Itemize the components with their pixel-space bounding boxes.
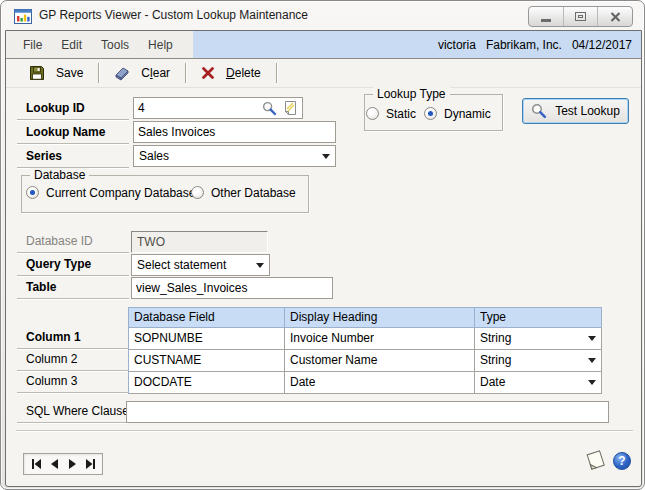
eraser-icon [114, 65, 130, 81]
series-label: Series [17, 146, 129, 168]
column1-label: Column 1 [17, 327, 128, 349]
window-note-icon [583, 447, 609, 474]
clear-label: Clear [141, 66, 170, 80]
app-icon[interactable] [14, 9, 32, 24]
query-type-label: Query Type [17, 254, 129, 276]
date-label: 04/12/2017 [572, 38, 632, 52]
record-navigator [23, 453, 103, 475]
magnifier-icon [262, 101, 277, 116]
database-id-label: Database ID [17, 231, 129, 253]
toolbar-separator [276, 63, 277, 83]
company-label: Fabrikam, Inc. [486, 38, 562, 52]
cell-type-dropdown-3[interactable]: Date [475, 372, 602, 394]
close-button[interactable] [598, 7, 632, 26]
next-record-icon [68, 459, 77, 469]
note-icon [284, 100, 297, 116]
cell-type-dropdown-1[interactable]: String [475, 328, 602, 350]
magnifier-icon [531, 103, 547, 119]
save-label: Save [56, 66, 83, 80]
column3-label: Column 3 [17, 371, 128, 393]
delete-x-icon [201, 66, 215, 80]
cell-database-field-3[interactable]: DOCDATE [129, 372, 285, 394]
series-dropdown[interactable]: Sales [133, 145, 336, 167]
lookup-id-label: Lookup ID [17, 98, 129, 120]
titlebar: GP Reports Viewer - Custom Lookup Mainte… [1, 1, 644, 30]
grid-header-database-field: Database Field [129, 308, 285, 328]
first-record-button[interactable] [29, 456, 44, 472]
database-id-field: TWO [131, 231, 268, 253]
floppy-icon [29, 65, 45, 81]
cell-database-field-2[interactable]: CUSTNAME [129, 350, 285, 372]
close-icon [610, 12, 621, 22]
minimize-icon [541, 19, 551, 22]
lookup-type-legend: Lookup Type [373, 87, 450, 101]
lookup-id-icons [258, 97, 303, 119]
menu-tools[interactable]: Tools [101, 38, 129, 52]
chevron-down-icon [322, 154, 330, 159]
chevron-down-icon [588, 358, 596, 363]
test-lookup-label: Test Lookup [555, 104, 620, 118]
previous-record-button[interactable] [47, 456, 62, 472]
database-legend: Database [30, 168, 89, 182]
cell-display-heading-3[interactable]: Date [285, 372, 475, 394]
query-type-dropdown[interactable]: Select statement [131, 254, 270, 276]
table-label: Table [17, 277, 129, 299]
window-note-button[interactable] [583, 447, 609, 474]
radio-static[interactable] [366, 107, 379, 120]
maximize-icon [575, 12, 586, 21]
save-button[interactable]: Save [16, 61, 96, 85]
delete-label: Delete [226, 66, 261, 80]
column2-label: Column 2 [17, 349, 128, 371]
grid-header-type: Type [475, 308, 602, 328]
radio-dynamic[interactable] [424, 107, 437, 120]
radio-static-label[interactable]: Static [386, 107, 416, 121]
radio-other-database-label[interactable]: Other Database [211, 186, 296, 200]
previous-record-icon [50, 459, 59, 469]
menu-file[interactable]: File [23, 38, 42, 52]
menu-help[interactable]: Help [148, 38, 173, 52]
series-value: Sales [139, 149, 169, 163]
lookup-name-field[interactable] [133, 121, 336, 143]
chevron-down-icon [588, 380, 596, 385]
lookup-name-label: Lookup Name [17, 122, 129, 144]
context-strip: victoria Fabrikam, Inc. 04/12/2017 [193, 31, 641, 58]
sql-where-clause-label: SQL Where Clause [17, 401, 128, 423]
table-field[interactable] [131, 277, 333, 299]
cell-type-dropdown-2[interactable]: String [475, 350, 602, 372]
first-record-icon [31, 459, 42, 469]
radio-other-database[interactable] [191, 186, 204, 199]
chevron-down-icon [588, 336, 596, 341]
sql-where-clause-field[interactable] [126, 401, 609, 423]
menu-items: File Edit Tools Help [6, 31, 173, 58]
help-button[interactable] [613, 452, 631, 470]
cell-display-heading-2[interactable]: Customer Name [285, 350, 475, 372]
last-record-button[interactable] [83, 456, 98, 472]
table-row: SOPNUMBE Invoice Number String [129, 328, 602, 350]
grid-header-row: Database Field Display Heading Type [129, 308, 602, 328]
radio-current-company-database-label[interactable]: Current Company Database [46, 186, 195, 200]
toolbar-separator [98, 63, 99, 83]
cell-display-heading-1[interactable]: Invoice Number [285, 328, 475, 350]
minimize-button[interactable] [529, 7, 564, 26]
radio-dynamic-label[interactable]: Dynamic [444, 107, 491, 121]
delete-button[interactable]: Delete [188, 61, 274, 85]
window-title: GP Reports Viewer - Custom Lookup Mainte… [39, 8, 308, 22]
table-row: DOCDATE Date Date [129, 372, 602, 394]
window-controls [528, 6, 633, 27]
note-button[interactable] [281, 98, 301, 118]
window: GP Reports Viewer - Custom Lookup Mainte… [0, 0, 645, 490]
maximize-button[interactable] [564, 7, 599, 26]
clear-button[interactable]: Clear [101, 61, 183, 85]
lookup-id-field[interactable] [133, 97, 259, 119]
radio-current-company-database[interactable] [26, 186, 39, 199]
cell-database-field-1[interactable]: SOPNUMBE [129, 328, 285, 350]
next-record-button[interactable] [65, 456, 80, 472]
client-area: File Edit Tools Help victoria Fabrikam, … [5, 30, 642, 487]
test-lookup-button[interactable]: Test Lookup [522, 98, 629, 124]
user-label: victoria [438, 38, 476, 52]
menu-edit[interactable]: Edit [61, 38, 82, 52]
lookup-button[interactable] [259, 98, 279, 118]
toolbar: Save Clear Delete [6, 59, 641, 88]
table-row: CUSTNAME Customer Name String [129, 350, 602, 372]
columns-grid: Database Field Display Heading Type SOPN… [128, 307, 602, 394]
